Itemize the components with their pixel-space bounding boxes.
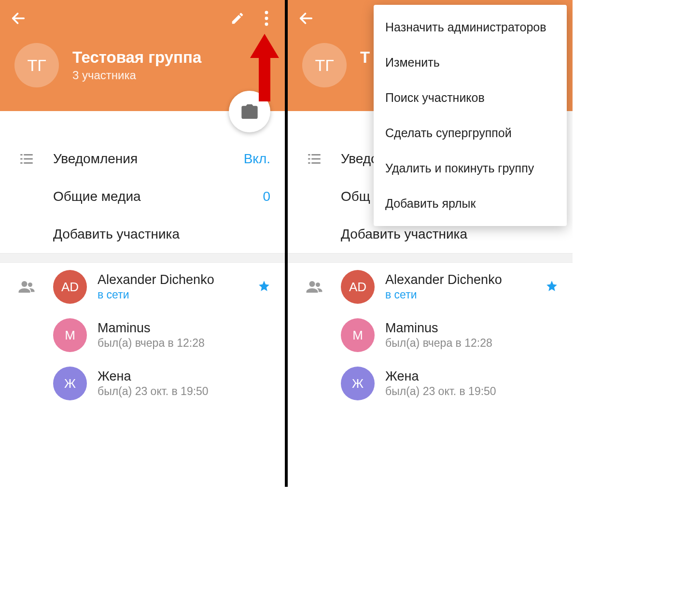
arrow-left-icon <box>298 10 314 27</box>
people-icon <box>306 278 323 296</box>
member-avatar: AD <box>53 270 87 304</box>
notifications-row[interactable]: Уведомления Вкл. <box>0 140 285 178</box>
svg-point-11 <box>22 281 28 287</box>
member-status: в сети <box>98 288 258 301</box>
svg-point-21 <box>316 283 320 287</box>
svg-point-20 <box>309 281 315 287</box>
group-avatar-initials: ТГ <box>315 56 334 75</box>
svg-rect-6 <box>24 154 32 156</box>
menu-item-delete-leave[interactable]: Удалить и покинуть группу <box>374 151 567 186</box>
svg-rect-16 <box>308 158 310 160</box>
svg-rect-15 <box>311 154 320 156</box>
group-title: Тестовая группа <box>72 48 201 67</box>
member-status: был(а) 23 окт. в 19:50 <box>385 385 558 398</box>
member-name: Жена <box>385 369 558 384</box>
svg-rect-18 <box>308 162 310 164</box>
shared-media-value: 0 <box>263 189 270 204</box>
member-initials: AD <box>61 280 79 295</box>
pane-left: ТГ Тестовая группа 3 участника Уведомлен… <box>0 0 285 487</box>
member-avatar: M <box>53 318 87 352</box>
camera-icon <box>240 102 259 121</box>
member-name: Жена <box>98 369 270 384</box>
star-icon <box>546 280 558 292</box>
svg-rect-7 <box>20 158 22 160</box>
notifications-value: Вкл. <box>244 151 270 167</box>
member-row[interactable]: M Maminus был(а) вчера в 12:28 <box>0 311 285 359</box>
pencil-icon <box>230 11 245 26</box>
member-row[interactable]: M Maminus был(а) вчера в 12:28 <box>288 311 573 359</box>
member-name: Maminus <box>98 321 270 336</box>
svg-rect-9 <box>20 162 22 164</box>
camera-fab[interactable] <box>229 91 270 132</box>
arrow-left-icon <box>10 10 27 27</box>
svg-rect-8 <box>24 158 32 160</box>
list-icon <box>306 151 322 167</box>
svg-point-12 <box>28 283 32 287</box>
svg-rect-10 <box>24 162 32 164</box>
svg-point-3 <box>265 22 268 26</box>
member-name: Alexander Dichenko <box>385 272 546 287</box>
list-icon <box>18 151 35 167</box>
svg-point-1 <box>265 11 268 14</box>
svg-point-2 <box>265 16 268 20</box>
member-row[interactable]: AD Alexander Dichenko в сети <box>288 263 573 311</box>
overflow-menu: Назначить администраторов Изменить Поиск… <box>374 5 567 226</box>
member-status: был(а) вчера в 12:28 <box>385 337 558 350</box>
add-member-label: Добавить участника <box>53 227 270 242</box>
member-initials: M <box>65 328 75 343</box>
star-icon <box>258 280 270 292</box>
more-vert-icon <box>265 10 268 27</box>
add-member-row[interactable]: Добавить участника <box>0 215 285 253</box>
member-row[interactable]: AD Alexander Dichenko в сети <box>0 263 285 311</box>
members-section: AD Alexander Dichenko в сети M Maminus б… <box>0 263 285 408</box>
section-gap <box>0 253 285 263</box>
group-avatar[interactable]: ТГ <box>14 43 59 87</box>
group-avatar[interactable]: ТГ <box>302 43 347 87</box>
notifications-label: Уведомления <box>53 151 244 167</box>
member-status: был(а) 23 окт. в 19:50 <box>98 385 270 398</box>
member-initials: M <box>352 328 363 343</box>
member-avatar: Ж <box>341 367 375 400</box>
pane-right: ТГ Т 3 участника Уведомления Общ <box>288 0 573 487</box>
admin-star <box>258 280 270 294</box>
edit-button[interactable] <box>223 4 252 33</box>
menu-item-supergroup[interactable]: Сделать супергруппой <box>374 115 567 151</box>
member-initials: Ж <box>352 376 364 391</box>
svg-rect-5 <box>20 154 22 156</box>
add-member-label: Добавить участника <box>341 227 558 242</box>
member-avatar: Ж <box>53 367 87 400</box>
shared-media-label: Общие медиа <box>53 189 263 204</box>
member-initials: Ж <box>64 376 76 391</box>
back-button[interactable] <box>4 4 33 33</box>
svg-rect-14 <box>308 154 310 156</box>
member-avatar: M <box>341 318 375 352</box>
group-avatar-initials: ТГ <box>27 56 46 75</box>
menu-item-edit[interactable]: Изменить <box>374 45 567 80</box>
section-gap <box>288 253 573 263</box>
admin-star <box>546 280 558 294</box>
group-info: ТГ Тестовая группа 3 участника <box>0 43 285 87</box>
members-section: AD Alexander Dichenko в сети M Maminus б… <box>288 263 573 408</box>
back-button[interactable] <box>292 4 321 33</box>
menu-item-add-shortcut[interactable]: Добавить ярлык <box>374 186 567 221</box>
member-name: Maminus <box>385 321 558 336</box>
member-initials: AD <box>349 280 366 295</box>
group-subtitle: 3 участника <box>72 69 201 82</box>
shared-media-row[interactable]: Общие медиа 0 <box>0 178 285 215</box>
member-status: был(а) вчера в 12:28 <box>98 337 270 350</box>
member-row[interactable]: Ж Жена был(а) 23 окт. в 19:50 <box>0 359 285 408</box>
people-icon <box>18 278 35 296</box>
settings-section: Уведомления Вкл. Общие медиа 0 Добавить … <box>0 140 285 253</box>
svg-rect-19 <box>311 162 320 164</box>
member-avatar: AD <box>341 270 375 304</box>
member-row[interactable]: Ж Жена был(а) 23 окт. в 19:50 <box>288 359 573 408</box>
svg-rect-17 <box>311 158 320 160</box>
member-name: Alexander Dichenko <box>98 272 258 287</box>
menu-item-search-members[interactable]: Поиск участников <box>374 80 567 115</box>
more-button[interactable] <box>252 4 281 33</box>
menu-item-admins[interactable]: Назначить администраторов <box>374 10 567 45</box>
member-status: в сети <box>385 288 546 301</box>
toolbar <box>0 0 285 36</box>
